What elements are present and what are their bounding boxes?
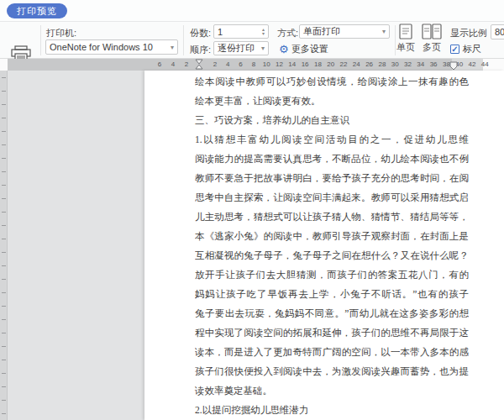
ruler-tick-label: 26 <box>365 60 373 68</box>
printer-select-value: OneNote for Windows 10 <box>50 42 153 52</box>
right-indent-marker[interactable] <box>449 61 458 71</box>
ruler-tick-label: 28 <box>378 60 386 68</box>
ruler-tick-label: 2 <box>213 60 217 68</box>
more-settings-button[interactable]: ⚙ 更多设置 <box>279 43 328 55</box>
vertical-ruler-tick <box>2 77 6 78</box>
ruler-track <box>8 59 483 71</box>
document-text: 绘本阅读中教师可以巧妙创设情境，给阅读涂上一抹有趣的色彩，让绘本更丰富，让阅读更… <box>195 72 469 420</box>
vertical-ruler-tick <box>2 413 6 414</box>
multi-page-button[interactable]: 多页 <box>420 24 444 54</box>
horizontal-ruler[interactable]: 6422468101214161820222426283032343638404… <box>0 59 504 71</box>
print-method-value: 单面打印 <box>303 25 340 38</box>
ruler-tick-label: 6 <box>158 60 161 68</box>
print-order-value: 逐份打印 <box>218 42 255 55</box>
chevron-down-icon: ▾ <box>379 28 386 35</box>
ruler-tick-label: 42 <box>469 60 476 68</box>
document-line: 儿主动思考，猜想式可以让孩子猜人物、猜情节、猜结局等等，如绘 <box>195 207 469 227</box>
document-line: 本《逃家小兔》的阅读中，教师引导孩子观察封面，在封面上是一对 <box>195 227 469 246</box>
vertical-ruler-tick <box>2 292 6 293</box>
vertical-ruler-tick <box>2 91 6 92</box>
vertical-ruler-tick <box>2 252 6 253</box>
ruler-tick-label: 36 <box>430 60 438 68</box>
ruler-tick-label: 2 <box>185 60 188 68</box>
document-line: 2.以提问挖掘幼儿思维潜力 <box>195 401 469 420</box>
single-page-icon <box>399 24 412 39</box>
toolbar-divider <box>40 25 41 55</box>
ruler-checkbox[interactable]: ✓ 标尺 <box>450 43 481 55</box>
document-line: 互相凝视的兔子母子，兔子母子之间在想什么？又在说什么呢？教师 <box>195 246 469 265</box>
vertical-ruler-tick <box>2 131 6 132</box>
vertical-ruler-tick <box>2 118 6 118</box>
vertical-ruler-tick <box>2 346 6 347</box>
ruler-tick-label: 30 <box>391 60 399 68</box>
ruler-tick-label: 32 <box>404 60 412 68</box>
ruler-tick-label: 18 <box>314 60 322 68</box>
ruler-checkbox-label: 标尺 <box>463 43 481 55</box>
document-line: 妈妈让孩子吃了早饭再去上学，小兔子不听话。”也有的孩子说：“小 <box>195 285 469 304</box>
document-line: 阅读能力的提高需要认真思考，不断品位，幼儿绘本阅读也不例外， <box>195 150 469 169</box>
vertical-ruler-tick <box>2 400 6 401</box>
document-line: 孩子们很快便投入到阅读中去，为激发阅读兴趣而蓄势，也为提高阅 <box>195 362 469 381</box>
ruler-tick-label: 16 <box>302 60 309 68</box>
ruler-tick-label: 10 <box>263 60 270 68</box>
ruler-tick-label: 20 <box>327 60 334 68</box>
ruler-tick-label: 4 <box>226 60 229 68</box>
vertical-ruler-tick <box>2 386 6 387</box>
printer-label: 打印机: <box>46 27 76 39</box>
multi-page-icon <box>422 24 442 39</box>
copies-stepper[interactable]: 1 ▴▾ <box>213 24 269 39</box>
document-line: 教师不要急于把故事讲明白，要给予孩子充分的思考时间，在阅读与 <box>195 169 469 188</box>
vertical-ruler-tick <box>2 319 6 320</box>
document-line: 绘本阅读中教师可以巧妙创设情境，给阅读涂上一抹有趣的色彩，让 <box>195 72 469 92</box>
vertical-ruler-tick <box>2 360 6 360</box>
vertical-ruler-tick <box>2 171 6 172</box>
ruler-tick-label: 44 <box>481 60 489 68</box>
document-line: 绘本更丰富，让阅读更有效。 <box>195 92 469 111</box>
ruler-tick-label: 34 <box>417 60 424 68</box>
ruler-tick-label: 8 <box>252 60 255 68</box>
ruler-tick-label: 14 <box>288 60 296 68</box>
gear-icon: ⚙ <box>279 43 289 55</box>
more-settings-label: 更多设置 <box>291 43 328 55</box>
preview-area: 绘本阅读中教师可以巧妙创设情境，给阅读涂上一抹有趣的色彩，让绘本更丰富，让阅读更… <box>0 71 504 420</box>
ruler-tick-label: 6 <box>239 60 242 68</box>
document-page: 绘本阅读中教师可以巧妙创设情境，给阅读涂上一抹有趣的色彩，让绘本更丰富，让阅读更… <box>144 71 504 420</box>
chevron-down-icon: ▾ <box>258 45 265 52</box>
vertical-ruler-tick <box>2 212 6 213</box>
copies-value: 1 <box>218 27 223 37</box>
chevron-down-icon: ▾ <box>167 44 174 51</box>
document-line: 放开手让孩子们去大胆猜测，而孩子们的答案五花八门，有的说：“兔 <box>195 265 469 285</box>
vertical-ruler-tick <box>2 198 6 199</box>
ruler-tick-label: 24 <box>353 60 360 68</box>
document-line: 三、巧设方案，培养幼儿的自主意识 <box>195 111 469 130</box>
printer-select[interactable]: OneNote for Windows 10 ▾ <box>45 39 178 55</box>
print-toolbar: 直接打印 ▾ 打印机: OneNote for Windows 10 ▾ 份数:… <box>0 22 504 59</box>
print-preview-tab[interactable]: 打印预览 <box>7 3 67 18</box>
print-order-select[interactable]: 逐份打印 ▾ <box>213 41 269 55</box>
stepper-arrows-icon[interactable]: ▴▾ <box>262 28 265 36</box>
vertical-ruler-tick <box>2 265 6 266</box>
method-label: 方式: <box>277 27 298 39</box>
document-line: 程中实现了阅读空间的拓展和延伸，孩子们的思维不再局限于这一本 <box>195 323 469 343</box>
document-line: 思考中自主探索，让阅读空间丰满起来。教师可以采用猜想式启发幼 <box>195 188 469 207</box>
vertical-ruler-tick <box>2 306 6 307</box>
multi-page-label: 多页 <box>420 41 444 54</box>
print-method-select[interactable]: 单面打印 ▾ <box>299 24 390 39</box>
vertical-ruler[interactable] <box>0 71 8 420</box>
vertical-ruler-tick <box>2 225 6 226</box>
vertical-ruler-tick <box>2 185 6 186</box>
zoom-ratio-label: 显示比例 <box>450 27 487 39</box>
document-line: 1.以猜想丰富幼儿阅读空间活动目的之一，促进幼儿思维 <box>195 130 469 150</box>
ruler-tick-label: 22 <box>340 60 348 68</box>
vertical-ruler-tick <box>2 144 6 145</box>
document-line: 兔子要出去玩耍，兔妈妈不同意。”而幼儿就在这多姿多彩的想象过 <box>195 304 469 323</box>
vertical-ruler-tick <box>2 104 6 105</box>
ruler-tick-label: 12 <box>276 60 283 68</box>
document-line: 读本，而是进入了更加奇特而广阔的空间，以一本带入多本的感知， <box>195 343 469 362</box>
vertical-ruler-tick <box>2 333 6 333</box>
ruler-tick-label: 4 <box>171 60 175 68</box>
zoom-ratio-select[interactable]: 80 % <box>491 24 504 39</box>
left-indent-marker[interactable] <box>195 59 203 71</box>
single-page-button[interactable]: 单页 <box>395 24 417 54</box>
single-page-label: 单页 <box>395 41 417 54</box>
